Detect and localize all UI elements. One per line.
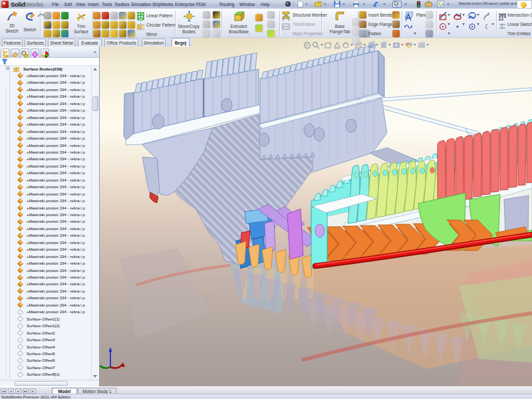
svg-text:P: P [306,43,309,48]
